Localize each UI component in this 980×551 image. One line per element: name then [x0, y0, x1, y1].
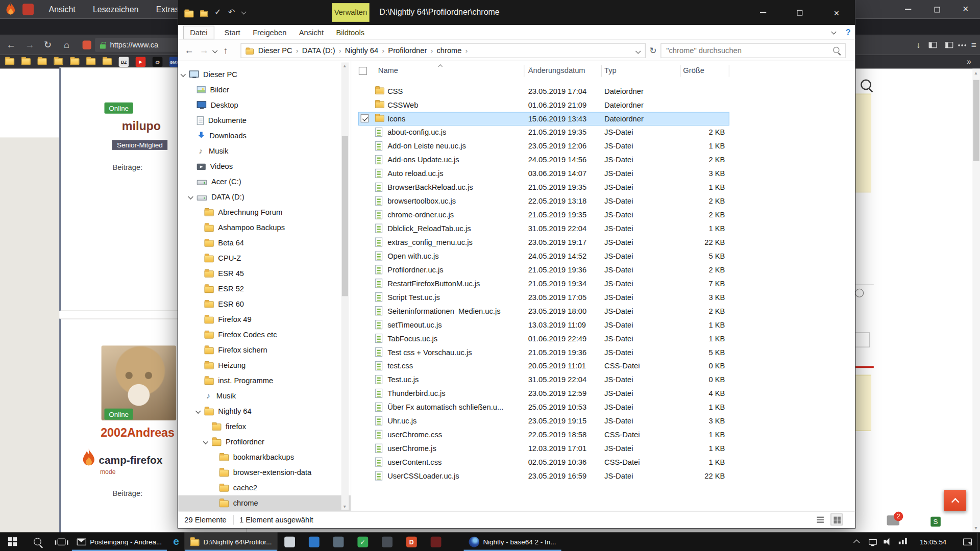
bookmark-folder[interactable] [70, 56, 79, 67]
sidebar-item-esr-52[interactable]: ESR 52 [178, 281, 351, 296]
scrollbar-thumb[interactable] [973, 80, 979, 161]
username[interactable]: milupo [122, 119, 161, 133]
sidebar-item-firefox[interactable]: firefox [178, 419, 351, 434]
firefox-minimize-button[interactable] [894, 0, 922, 19]
close-button[interactable]: × [818, 0, 855, 25]
sidebar-item-dokumente[interactable]: Dokumente [178, 113, 351, 128]
library-icon[interactable] [928, 42, 937, 48]
firefox-close-button[interactable]: × [951, 0, 980, 19]
sidebar-item-heizung[interactable]: Heizung [178, 358, 351, 373]
file-row[interactable]: Auto reload.uc.js03.06.2019 14:07JS-Date… [358, 167, 729, 181]
sidebar-icon[interactable] [945, 42, 953, 48]
file-row[interactable]: setTimeout.uc.js13.03.2019 11:09JS-Datei… [358, 318, 729, 332]
qat-properties-icon[interactable]: ✓ [214, 7, 221, 18]
breadcrumb-item[interactable]: Nightly 64 [341, 46, 382, 55]
sidebar-item-browser-extension-data[interactable]: browser-extension-data [178, 465, 351, 480]
breadcrumb-item[interactable]: DATA (D:) [299, 46, 339, 55]
bookmark-favicon[interactable]: @ [153, 57, 163, 67]
action-center-button[interactable] [960, 532, 975, 551]
firefox-maximize-button[interactable] [922, 0, 951, 19]
file-row[interactable]: BrowserBackReload.uc.js21.05.2019 19:35J… [358, 181, 729, 194]
form-field[interactable] [854, 332, 870, 347]
sidebar-item-ashampoo-backups[interactable]: Ashampoo Backups [178, 220, 351, 235]
nav-history-icon[interactable] [212, 48, 217, 53]
nav-back-icon[interactable]: ← [184, 40, 193, 61]
select-all-checkbox[interactable] [359, 67, 367, 75]
file-row[interactable]: UserCSSLoader.uc.js23.05.2019 16:59JS-Da… [358, 469, 729, 483]
sidebar-item-inst-programme[interactable]: inst. Programme [178, 373, 351, 388]
scrollbar-up-icon[interactable]: ▲ [342, 64, 347, 68]
sidebar-item-firefox-codes-etc[interactable]: Firefox Codes etc [178, 327, 351, 342]
sidebar-item-dieser-pc[interactable]: Dieser PC [178, 67, 351, 82]
sidebar-item-bookmarkbackups[interactable]: bookmarkbackups [178, 449, 351, 465]
chat-app-icon[interactable]: S [930, 517, 941, 527]
taskbar-pinned-app[interactable]: D [399, 532, 424, 551]
contextual-tab-header[interactable]: Verwalten [332, 3, 369, 22]
search-icon[interactable] [861, 80, 874, 93]
display-tray-icon[interactable] [866, 532, 878, 551]
file-row[interactable]: Open with.uc.js24.05.2019 14:52JS-Datei5… [358, 249, 729, 263]
file-row[interactable]: Add-ons Update.uc.js24.05.2019 14:56JS-D… [358, 153, 729, 167]
address-dropdown-icon[interactable] [635, 48, 641, 54]
scrollbar-up-icon[interactable]: ▲ [974, 70, 978, 75]
show-desktop-button[interactable] [977, 532, 980, 551]
file-row[interactable]: CSSWeb01.06.2019 21:09Dateiordner [358, 98, 729, 112]
column-header-date[interactable]: Änderungsdatum [528, 66, 585, 75]
taskbar-pinned-app[interactable] [278, 532, 302, 551]
checkbox-checked-icon[interactable] [361, 114, 369, 122]
bookmark-favicon[interactable]: ▶ [136, 57, 146, 67]
nav-up-icon[interactable]: ↑ [223, 40, 228, 61]
file-row[interactable]: userChrome.js12.03.2019 17:01JS-Datei1 K… [358, 442, 729, 456]
forward-icon[interactable]: → [25, 35, 34, 55]
file-row[interactable]: Uhr.uc.js23.05.2019 19:15JS-Datei3 KB [358, 414, 729, 428]
sidebar-item-videos[interactable]: Videos [178, 159, 351, 174]
sidebar-item-profilordner[interactable]: Profilordner [178, 434, 351, 449]
volume-tray-icon[interactable] [881, 532, 894, 551]
grid-icon[interactable] [22, 4, 34, 15]
file-row[interactable]: Script Test.uc.js23.05.2019 17:05JS-Date… [358, 290, 729, 304]
taskbar-pinned-app[interactable] [326, 532, 351, 551]
file-row[interactable]: chrome-ordner.uc.js21.05.2019 19:35JS-Da… [358, 208, 729, 222]
file-row[interactable]: browsertoolbox.uc.js22.05.2019 13:18JS-D… [358, 194, 729, 208]
menu-ansicht[interactable]: Ansicht [40, 5, 84, 14]
sidebar-scrollbar[interactable]: ▲ ▼ [341, 62, 349, 510]
sidebar-item-downloads[interactable]: Downloads [178, 128, 351, 143]
scrollbar-thumb[interactable] [342, 136, 348, 296]
minimize-button[interactable] [744, 0, 781, 25]
sidebar-item-data-d[interactable]: DATA (D:) [178, 189, 351, 205]
sidebar-item-bilder[interactable]: Bilder [178, 82, 351, 97]
sidebar-item-musik[interactable]: Musik [178, 143, 351, 159]
bookmark-folder[interactable] [37, 56, 46, 67]
qat-dropdown-icon[interactable] [241, 9, 246, 14]
file-row[interactable]: TabFocus.uc.js01.06.2019 22:49JS-Datei1 … [358, 332, 729, 345]
menu-lesezeichen[interactable]: Lesezeichen [84, 5, 148, 14]
file-row[interactable]: Seiteninformationen Medien.uc.js23.05.20… [358, 304, 729, 318]
sidebar-item-firefox-49[interactable]: Firefox 49 [178, 312, 351, 327]
sidebar-item-desktop[interactable]: Desktop [178, 97, 351, 113]
scrollbar-down-icon[interactable]: ▼ [974, 526, 978, 531]
home-icon[interactable]: ⌂ [64, 35, 69, 55]
scrollbar-down-icon[interactable]: ▼ [342, 504, 347, 509]
icons-view-button[interactable] [830, 514, 842, 525]
ribbon-tab-start[interactable]: Start [218, 26, 247, 38]
qat-undo-icon[interactable]: ↶ [228, 7, 235, 18]
ribbon-tab-ansicht[interactable]: Ansicht [293, 26, 330, 38]
sidebar-item-abrechnung-forum[interactable]: Abrechnung Forum [178, 205, 351, 220]
scroll-to-top-button[interactable] [944, 490, 966, 511]
address-bar[interactable]: Dieser PC›DATA (D:)›Nightly 64›Profilord… [240, 43, 645, 58]
search-box[interactable]: "chrome" durchsuchen [660, 43, 845, 58]
username[interactable]: 2002Andreas [101, 426, 175, 440]
breadcrumb-item[interactable]: Dieser PC [254, 46, 296, 55]
sidebar-item-acer-c[interactable]: Acer (C:) [178, 174, 351, 189]
sidebar-item-musik[interactable]: Musik [178, 388, 351, 404]
reload-icon[interactable]: ↻ [44, 35, 52, 55]
column-header-size[interactable]: Größe [683, 66, 704, 75]
refresh-icon[interactable]: ↻ [649, 40, 656, 61]
network-tray-icon[interactable] [896, 532, 909, 551]
file-row[interactable]: userChrome.css22.05.2019 18:58CSS-Datei1… [358, 428, 729, 442]
sidebar-item-nightly-64[interactable]: Nightly 64 [178, 404, 351, 419]
sidebar-item-cache2[interactable]: cache2 [178, 480, 351, 495]
search-icon[interactable] [833, 47, 842, 56]
page-scrollbar[interactable]: ▲ ▼ [972, 69, 980, 533]
sidebar-item-esr-60[interactable]: ESR 60 [178, 296, 351, 312]
